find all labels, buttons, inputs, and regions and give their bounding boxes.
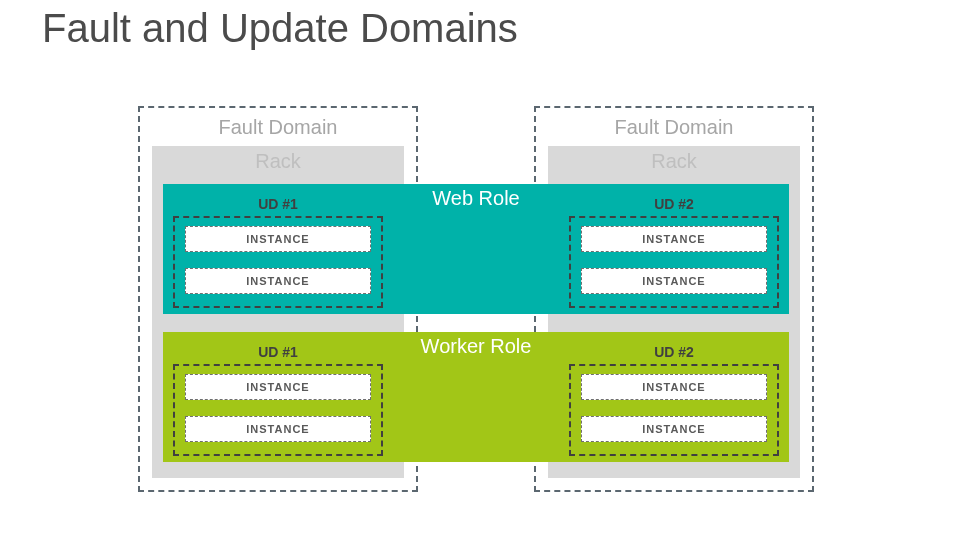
page-title: Fault and Update Domains	[42, 6, 518, 51]
instance-box: INSTANCE	[581, 268, 767, 294]
instance-box: INSTANCE	[581, 226, 767, 252]
instance-box: INSTANCE	[185, 374, 371, 400]
instance-box: INSTANCE	[581, 374, 767, 400]
rack-label: Rack	[152, 150, 404, 173]
rack-label: Rack	[548, 150, 800, 173]
instance-box: INSTANCE	[185, 268, 371, 294]
web-role-label: Web Role	[432, 187, 519, 210]
instance-box: INSTANCE	[185, 416, 371, 442]
ud-label: UD #2	[654, 344, 694, 360]
fault-domain-label: Fault Domain	[536, 116, 812, 139]
instance-box: INSTANCE	[185, 226, 371, 252]
instance-box: INSTANCE	[581, 416, 767, 442]
ud-label: UD #1	[258, 196, 298, 212]
worker-role-label: Worker Role	[421, 335, 532, 358]
ud-label: UD #2	[654, 196, 694, 212]
ud-label: UD #1	[258, 344, 298, 360]
fault-domain-label: Fault Domain	[140, 116, 416, 139]
